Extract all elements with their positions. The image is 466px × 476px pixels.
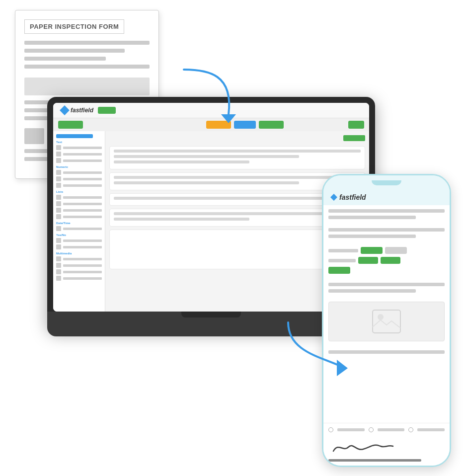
svg-rect-3 — [373, 310, 400, 333]
phone-radio-label-3 — [417, 428, 445, 431]
sidebar-section-text: Numeric — [56, 165, 102, 168]
phone-content-line — [328, 235, 416, 238]
toolbar-btn-1[interactable] — [58, 121, 83, 129]
sidebar-item-line — [63, 153, 102, 156]
phone-content-line — [328, 228, 445, 232]
phone-content-line — [328, 209, 445, 213]
sidebar-item — [56, 152, 102, 157]
sidebar-item — [56, 226, 102, 231]
sidebar-icon — [56, 152, 61, 157]
phone-footer — [323, 423, 450, 466]
sidebar-icon — [56, 256, 61, 261]
paper-line-1 — [24, 41, 150, 45]
paper-form-title: PAPER INSPECTION FORM — [24, 19, 124, 34]
logo-diamond-icon — [330, 194, 337, 201]
laptop-logo-text: fastfield — [71, 107, 93, 114]
logo-diamond-icon — [60, 105, 70, 115]
sidebar-item — [56, 170, 102, 175]
sidebar-item-line — [63, 147, 102, 149]
phone-header: fastfield — [323, 190, 450, 205]
laptop-logo: fastfield — [61, 107, 116, 114]
phone-spacer — [328, 241, 445, 244]
arrow-paper-to-laptop — [169, 65, 253, 131]
sidebar-icon — [56, 145, 61, 150]
sidebar-item-line — [63, 178, 102, 180]
laptop-main-btn[interactable] — [343, 135, 365, 141]
sidebar-icon — [56, 208, 61, 213]
phone-btn-row-1 — [328, 247, 445, 254]
phone-green-btn-3[interactable] — [328, 267, 350, 274]
phone-radio-row — [328, 427, 445, 432]
image-placeholder-icon — [372, 309, 401, 334]
sidebar-item-line — [63, 228, 102, 230]
phone-logo: fastfield — [330, 193, 366, 201]
paper-line-3 — [24, 57, 106, 61]
sidebar-item-line — [63, 271, 102, 273]
sidebar-section-text: Multimedia — [56, 252, 102, 255]
paper-box-1 — [24, 78, 150, 95]
sidebar-icon — [56, 158, 61, 163]
toolbar-btn-4[interactable] — [259, 121, 284, 129]
phone-notch-area — [323, 175, 450, 190]
phone-content-line — [328, 283, 445, 286]
sidebar-item-line — [63, 264, 102, 267]
sidebar-icon — [56, 263, 61, 268]
content-line — [114, 181, 299, 184]
sidebar-item-line — [63, 196, 102, 199]
signature-field — [328, 437, 438, 455]
sidebar-section-text: Date/Time — [56, 222, 102, 225]
sidebar-item — [56, 183, 102, 188]
phone-content-line — [328, 289, 416, 293]
phone-grey-btn[interactable] — [385, 247, 407, 254]
svg-point-4 — [378, 314, 384, 320]
phone-spacer — [328, 277, 445, 280]
sidebar-item-line — [63, 203, 102, 205]
toolbar-btn-5[interactable] — [348, 121, 364, 129]
content-line — [114, 218, 249, 221]
sidebar-item-line — [63, 258, 102, 260]
svg-marker-1 — [337, 360, 348, 376]
sidebar-icon — [56, 214, 61, 219]
sidebar-item — [56, 158, 102, 163]
sidebar-item — [56, 176, 102, 181]
sidebar-section-text: Text — [56, 141, 102, 144]
laptop-sidebar: Text Numeric — [53, 131, 105, 312]
sidebar-section-text: Lists — [56, 190, 102, 193]
phone-notch — [372, 180, 401, 185]
sidebar-item-line — [63, 209, 102, 212]
sidebar-section-text: Yes/No — [56, 234, 102, 237]
phone-green-btn-2[interactable] — [381, 257, 400, 264]
sidebar-item — [56, 244, 102, 249]
phone-btn-row-2 — [328, 257, 445, 264]
sidebar-item-line — [63, 239, 102, 242]
phone-spacer — [328, 222, 445, 225]
content-line — [114, 155, 299, 158]
sidebar-item-line — [63, 159, 102, 162]
phone-radio-label-2 — [378, 428, 405, 431]
sidebar-active-indicator — [56, 134, 93, 138]
paper-line-2 — [24, 49, 125, 53]
phone-green-btn[interactable] — [358, 257, 378, 264]
sidebar-item-line — [63, 184, 102, 187]
paper-line-4 — [24, 65, 150, 69]
phone-radio-3[interactable] — [408, 427, 413, 432]
phone-label — [328, 259, 356, 262]
sidebar-icon — [56, 226, 61, 231]
sidebar-icon — [56, 269, 61, 274]
phone-btn-row-3 — [328, 267, 445, 274]
sidebar-item — [56, 214, 102, 219]
sidebar-item-line — [63, 171, 102, 174]
phone-green-btn[interactable] — [361, 247, 383, 254]
sidebar-icon — [56, 238, 61, 243]
phone-logo-text: fastfield — [339, 193, 366, 201]
sidebar-item-line — [63, 216, 102, 218]
sidebar-item — [56, 269, 102, 274]
content-block-1 — [109, 146, 365, 169]
phone-radio-1[interactable] — [328, 427, 333, 432]
sidebar-icon — [56, 244, 61, 249]
paper-small-box-1 — [24, 128, 44, 144]
phone-radio-2[interactable] — [369, 427, 374, 432]
phone-content-line — [328, 216, 416, 219]
sidebar-icon — [56, 276, 61, 281]
sidebar-item — [56, 201, 102, 206]
